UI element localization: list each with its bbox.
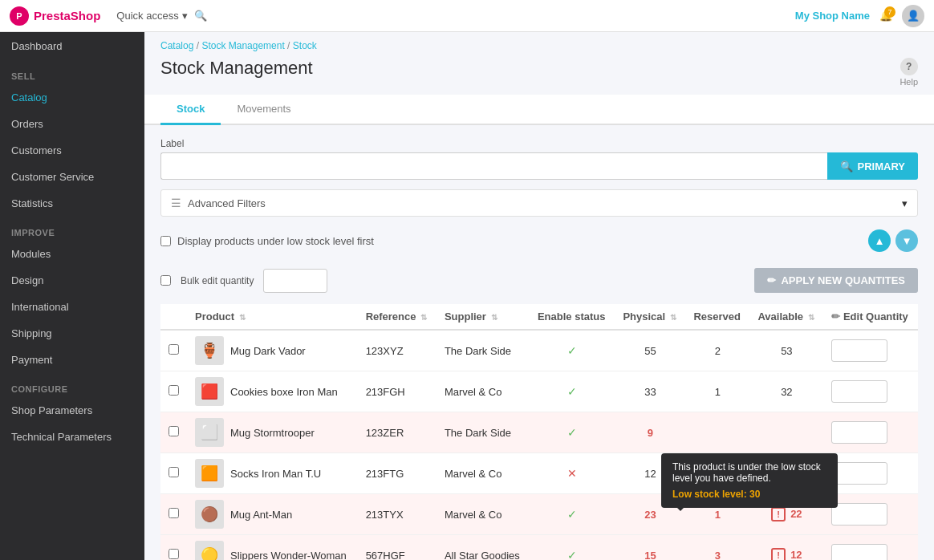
low-stock-checkbox[interactable] <box>160 236 171 246</box>
status-enabled-icon: ✓ <box>567 508 577 521</box>
edit-quantity-input[interactable] <box>831 462 887 485</box>
th-supplier[interactable]: Supplier ⇅ <box>437 304 530 330</box>
row-select-checkbox[interactable] <box>169 549 179 559</box>
catalog-label: Catalog <box>11 91 47 103</box>
edit-quantity-input[interactable] <box>831 421 887 444</box>
sidebar-item-statistics[interactable]: Statistics <box>0 190 144 217</box>
topbar-right: My Shop Name 🔔 7 👤 <box>795 5 924 27</box>
search-button[interactable]: 🔍 PRIMARY <box>827 152 918 180</box>
reference-cell: 123ZER <box>358 412 437 453</box>
product-thumb: 🏺 <box>195 336 224 365</box>
tab-movements[interactable]: Movements <box>221 95 307 125</box>
sidebar-item-orders[interactable]: Orders <box>0 111 144 137</box>
low-stock-label[interactable]: Display products under low stock level f… <box>177 235 374 247</box>
tooltip-text: This product is under the low stock leve… <box>672 461 821 484</box>
physical-cell: 33 <box>615 371 685 412</box>
sidebar-item-modules[interactable]: Modules <box>0 241 144 267</box>
row-select-checkbox[interactable] <box>169 385 179 396</box>
th-physical[interactable]: Physical ⇅ <box>615 304 685 330</box>
physical-value: 33 <box>644 386 656 398</box>
breadcrumb-catalog[interactable]: Catalog <box>160 40 193 51</box>
brand-logo[interactable]: P PrestaShop <box>10 6 100 26</box>
search-input[interactable] <box>160 152 827 180</box>
row-select-checkbox[interactable] <box>169 344 179 355</box>
search-label: Label <box>160 138 918 149</box>
table-header-row: Product ⇅ Reference ⇅ Supplier ⇅ <box>160 304 918 330</box>
warning-icon: ! <box>771 548 786 560</box>
search-btn-label: PRIMARY <box>858 160 905 172</box>
statistics-label: Statistics <box>11 197 53 209</box>
international-label: International <box>11 301 69 313</box>
bulk-quantity-input[interactable] <box>263 269 327 293</box>
modules-label: Modules <box>11 248 51 260</box>
edit-quantity-input[interactable] <box>831 339 887 362</box>
sidebar-section-improve: IMPROVE <box>0 220 144 241</box>
available-value: 22 <box>790 508 802 520</box>
th-physical-label: Physical <box>623 310 665 323</box>
logo-icon: P <box>10 6 29 26</box>
sidebar-item-shipping[interactable]: Shipping <box>0 320 144 347</box>
available-value: 12 <box>790 549 802 560</box>
product-cell: 🟤Mug Ant-Man <box>187 494 358 535</box>
sidebar-item-customer-service[interactable]: Customer Service <box>0 164 144 190</box>
search-icon[interactable]: 🔍 <box>194 10 207 22</box>
th-reference[interactable]: Reference ⇅ <box>358 304 437 330</box>
product-name: Mug Stormtrooper <box>230 427 315 439</box>
sidebar-item-design[interactable]: Design <box>0 267 144 294</box>
sidebar-item-payment[interactable]: Payment <box>0 347 144 373</box>
product-cell: ⬜Mug Stormtrooper <box>187 412 358 453</box>
reference-cell: 213TYX <box>358 494 437 535</box>
tabs-bar: Stock Movements <box>144 95 934 125</box>
row-select-checkbox[interactable] <box>169 426 179 436</box>
product-cell: 🟡Slippers Wonder-Woman <box>187 535 358 561</box>
available-value: 53 <box>781 345 792 357</box>
supplier-cell: All Star Goodies <box>437 535 530 561</box>
advanced-filters-row[interactable]: ☰ Advanced Filters ▾ <box>160 189 918 217</box>
upload-button[interactable]: ▲ <box>868 229 891 252</box>
sidebar-item-customers[interactable]: Customers <box>0 137 144 164</box>
quick-access-button[interactable]: Quick access ▾ <box>116 10 187 22</box>
edit-quantity-input[interactable] <box>831 544 887 560</box>
filters-chevron-icon: ▾ <box>902 197 908 209</box>
bulk-select-checkbox[interactable] <box>160 275 171 286</box>
help-icon: ? <box>900 58 918 75</box>
edit-quantity-input[interactable] <box>831 380 887 403</box>
th-available[interactable]: Available ⇅ <box>749 304 823 330</box>
enable-status-cell: ✓ <box>530 412 615 453</box>
help-button[interactable]: ? Help <box>899 58 918 87</box>
reference-cell: 123XYZ <box>358 330 437 371</box>
product-cell: 🟧Socks Iron Man T.U <box>187 453 358 494</box>
apply-quantities-button[interactable]: ✏ APPLY NEW QUANTITES <box>754 268 918 293</box>
available-cell: !12 <box>749 535 823 561</box>
content-area: Label 🔍 PRIMARY ☰ Advanced Filters ▾ D <box>144 125 934 560</box>
row-select-checkbox[interactable] <box>169 508 179 518</box>
notification-count: 7 <box>884 6 895 18</box>
download-button[interactable]: ▼ <box>895 229 918 252</box>
row-select-checkbox[interactable] <box>169 467 179 477</box>
physical-cell: 55 <box>615 330 685 371</box>
sidebar-item-international[interactable]: International <box>0 294 144 320</box>
supplier-cell: The Dark Side <box>437 330 530 371</box>
th-supplier-label: Supplier <box>445 310 486 323</box>
reserved-value: 2 <box>715 345 721 357</box>
user-avatar[interactable]: 👤 <box>902 5 924 27</box>
th-available-label: Available <box>757 310 803 323</box>
sidebar: Dashboard SELL Catalog Orders Customers … <box>0 32 144 560</box>
notifications-bell[interactable]: 🔔 7 <box>879 10 892 22</box>
reserved-cell: 3 <box>685 535 749 561</box>
supplier-cell: Marvel & Co <box>437 453 530 494</box>
breadcrumb-stock-mgmt[interactable]: Stock Management <box>201 40 284 51</box>
table-row: 🟥Cookies boxe Iron Man213FGHMarvel & Co✓… <box>160 371 918 412</box>
breadcrumb-stock: Stock <box>293 40 317 51</box>
sidebar-item-catalog[interactable]: Catalog <box>0 84 144 111</box>
sidebar-item-dashboard[interactable]: Dashboard <box>0 32 144 60</box>
enable-status-cell: ✓ <box>530 535 615 561</box>
th-reserved: Reserved <box>685 304 749 330</box>
th-product[interactable]: Product ⇅ <box>187 304 358 330</box>
sidebar-item-technical-parameters[interactable]: Technical Parameters <box>0 424 144 450</box>
tab-stock[interactable]: Stock <box>160 95 221 125</box>
product-thumb: 🟡 <box>195 541 224 560</box>
th-enable-status: Enable status <box>530 304 615 330</box>
sidebar-item-shop-parameters[interactable]: Shop Parameters <box>0 397 144 424</box>
edit-quantity-input[interactable] <box>831 503 887 526</box>
